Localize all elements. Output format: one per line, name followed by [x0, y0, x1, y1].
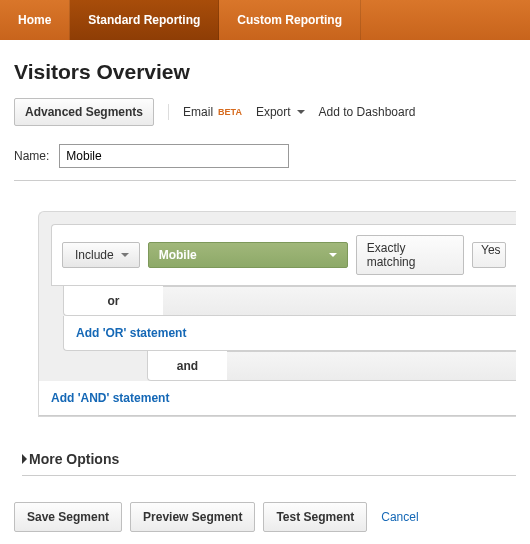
- caret-down-icon: [297, 110, 305, 114]
- match-type-dropdown[interactable]: Exactly matching: [356, 235, 464, 275]
- save-segment-button[interactable]: Save Segment: [14, 502, 122, 532]
- page-title: Visitors Overview: [14, 60, 516, 84]
- and-connector-row: and: [39, 351, 516, 381]
- export-label: Export: [256, 105, 291, 119]
- segment-name-input[interactable]: [59, 144, 289, 168]
- more-options-toggle[interactable]: More Options: [22, 451, 516, 476]
- caret-down-icon: [329, 253, 337, 257]
- nav-tab-home[interactable]: Home: [0, 0, 70, 40]
- rule-row: Include Mobile Exactly matching Yes: [51, 224, 516, 286]
- segment-name-row: Name:: [14, 144, 516, 181]
- toolbar-separator: [168, 104, 169, 120]
- top-nav: Home Standard Reporting Custom Reporting: [0, 0, 530, 40]
- or-connector-label: or: [63, 286, 163, 316]
- and-connector-slot: [227, 351, 516, 381]
- dimension-dropdown[interactable]: Mobile: [148, 242, 348, 268]
- advanced-segments-button[interactable]: Advanced Segments: [14, 98, 154, 126]
- nav-tab-standard-reporting[interactable]: Standard Reporting: [70, 0, 219, 40]
- export-dropdown[interactable]: Export: [256, 105, 305, 119]
- caret-down-icon: [121, 253, 129, 257]
- test-segment-button[interactable]: Test Segment: [263, 502, 367, 532]
- segment-builder: Include Mobile Exactly matching Yes or A…: [38, 211, 516, 417]
- triangle-right-icon: [22, 454, 27, 464]
- or-connector-slot: [163, 286, 516, 316]
- report-toolbar: Advanced Segments Email BETA Export Add …: [14, 98, 516, 126]
- condition-value-input[interactable]: Yes: [472, 242, 506, 268]
- more-options-label: More Options: [29, 451, 119, 467]
- email-link[interactable]: Email BETA: [183, 105, 242, 119]
- dimension-label: Mobile: [159, 248, 197, 262]
- nav-tab-custom-reporting[interactable]: Custom Reporting: [219, 0, 361, 40]
- or-connector-row: or: [51, 286, 516, 316]
- beta-badge: BETA: [218, 107, 242, 117]
- add-or-statement-link[interactable]: Add 'OR' statement: [63, 316, 516, 351]
- footer-actions: Save Segment Preview Segment Test Segmen…: [0, 502, 530, 544]
- preview-segment-button[interactable]: Preview Segment: [130, 502, 255, 532]
- cancel-link[interactable]: Cancel: [381, 510, 418, 524]
- include-exclude-dropdown[interactable]: Include: [62, 242, 140, 268]
- add-and-statement-link[interactable]: Add 'AND' statement: [39, 381, 516, 416]
- add-to-dashboard-link[interactable]: Add to Dashboard: [319, 105, 416, 119]
- email-label: Email: [183, 105, 213, 119]
- and-connector-label: and: [147, 351, 227, 381]
- name-label: Name:: [14, 149, 49, 163]
- include-label: Include: [75, 248, 114, 262]
